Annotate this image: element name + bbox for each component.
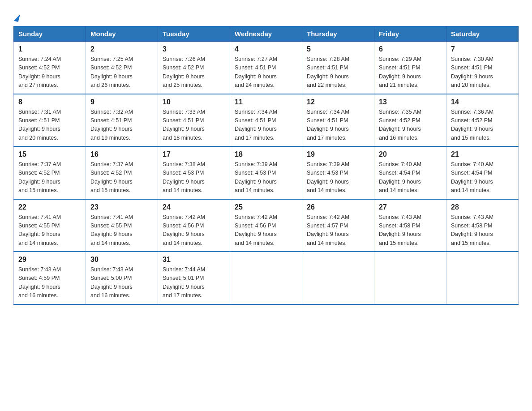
calendar-cell: 12 Sunrise: 7:34 AM Sunset: 4:51 PM Dayl… [302,94,374,147]
page-header [13,9,519,21]
calendar-cell: 3 Sunrise: 7:26 AM Sunset: 4:52 PM Dayli… [158,42,230,94]
calendar-cell [374,252,446,304]
day-number: 6 [379,45,442,53]
calendar-cell: 19 Sunrise: 7:39 AM Sunset: 4:53 PM Dayl… [302,146,374,199]
calendar-week-row-2: 8 Sunrise: 7:31 AM Sunset: 4:51 PM Dayli… [14,94,519,147]
day-info: Sunrise: 7:41 AM Sunset: 4:55 PM Dayligh… [90,213,153,248]
day-info: Sunrise: 7:42 AM Sunset: 4:56 PM Dayligh… [163,213,225,248]
day-number: 20 [379,150,442,158]
day-number: 24 [163,203,225,211]
calendar-cell: 9 Sunrise: 7:32 AM Sunset: 4:51 PM Dayli… [86,94,158,147]
day-number: 8 [18,98,81,106]
day-number: 14 [451,98,514,106]
calendar-cell: 4 Sunrise: 7:27 AM Sunset: 4:51 PM Dayli… [230,42,302,94]
day-info: Sunrise: 7:34 AM Sunset: 4:51 PM Dayligh… [235,108,297,143]
calendar-cell: 20 Sunrise: 7:40 AM Sunset: 4:54 PM Dayl… [374,146,446,199]
day-number: 3 [163,45,225,53]
calendar-cell: 25 Sunrise: 7:42 AM Sunset: 4:56 PM Dayl… [230,199,302,252]
day-number: 25 [235,203,297,211]
day-number: 26 [307,203,369,211]
calendar-cell: 10 Sunrise: 7:33 AM Sunset: 4:51 PM Dayl… [158,94,230,147]
weekday-header-wednesday: Wednesday [230,26,302,42]
day-info: Sunrise: 7:43 AM Sunset: 4:58 PM Dayligh… [451,213,514,248]
day-number: 9 [90,98,153,106]
day-number: 13 [379,98,442,106]
day-info: Sunrise: 7:40 AM Sunset: 4:54 PM Dayligh… [451,160,514,195]
calendar-cell: 5 Sunrise: 7:28 AM Sunset: 4:51 PM Dayli… [302,42,374,94]
weekday-header-tuesday: Tuesday [158,26,230,42]
day-info: Sunrise: 7:43 AM Sunset: 4:58 PM Dayligh… [379,213,442,248]
calendar-cell: 8 Sunrise: 7:31 AM Sunset: 4:51 PM Dayli… [14,94,86,147]
calendar-cell: 17 Sunrise: 7:38 AM Sunset: 4:53 PM Dayl… [158,146,230,199]
calendar-cell: 7 Sunrise: 7:30 AM Sunset: 4:51 PM Dayli… [446,42,519,94]
day-info: Sunrise: 7:43 AM Sunset: 5:00 PM Dayligh… [90,265,153,300]
calendar-cell: 14 Sunrise: 7:36 AM Sunset: 4:52 PM Dayl… [446,94,519,147]
day-info: Sunrise: 7:34 AM Sunset: 4:51 PM Dayligh… [307,108,369,143]
calendar-cell: 30 Sunrise: 7:43 AM Sunset: 5:00 PM Dayl… [86,252,158,304]
day-number: 22 [18,203,81,211]
day-info: Sunrise: 7:31 AM Sunset: 4:51 PM Dayligh… [18,108,81,143]
calendar-cell: 24 Sunrise: 7:42 AM Sunset: 4:56 PM Dayl… [158,199,230,252]
calendar-cell: 28 Sunrise: 7:43 AM Sunset: 4:58 PM Dayl… [446,199,519,252]
day-number: 12 [307,98,369,106]
day-number: 17 [163,150,225,158]
day-number: 21 [451,150,514,158]
day-info: Sunrise: 7:40 AM Sunset: 4:54 PM Dayligh… [379,160,442,195]
day-info: Sunrise: 7:35 AM Sunset: 4:52 PM Dayligh… [379,108,442,143]
calendar-cell: 6 Sunrise: 7:29 AM Sunset: 4:51 PM Dayli… [374,42,446,94]
calendar-cell: 31 Sunrise: 7:44 AM Sunset: 5:01 PM Dayl… [158,252,230,304]
calendar-cell [230,252,302,304]
day-info: Sunrise: 7:30 AM Sunset: 4:51 PM Dayligh… [451,55,514,90]
logo-triangle-icon [14,13,20,22]
calendar-table: SundayMondayTuesdayWednesdayThursdayFrid… [13,26,519,305]
calendar-week-row-5: 29 Sunrise: 7:43 AM Sunset: 4:59 PM Dayl… [14,252,519,304]
calendar-cell: 29 Sunrise: 7:43 AM Sunset: 4:59 PM Dayl… [14,252,86,304]
day-number: 18 [235,150,297,158]
calendar-cell: 15 Sunrise: 7:37 AM Sunset: 4:52 PM Dayl… [14,146,86,199]
day-info: Sunrise: 7:41 AM Sunset: 4:55 PM Dayligh… [18,213,81,248]
calendar-week-row-4: 22 Sunrise: 7:41 AM Sunset: 4:55 PM Dayl… [14,199,519,252]
day-number: 29 [18,256,81,264]
weekday-header-saturday: Saturday [446,26,519,42]
day-info: Sunrise: 7:37 AM Sunset: 4:52 PM Dayligh… [18,160,81,195]
calendar-cell [446,252,519,304]
day-info: Sunrise: 7:33 AM Sunset: 4:51 PM Dayligh… [163,108,225,143]
day-number: 1 [18,45,81,53]
calendar-cell: 11 Sunrise: 7:34 AM Sunset: 4:51 PM Dayl… [230,94,302,147]
day-info: Sunrise: 7:29 AM Sunset: 4:51 PM Dayligh… [379,55,442,90]
day-number: 31 [163,256,225,264]
day-number: 11 [235,98,297,106]
day-number: 16 [90,150,153,158]
day-info: Sunrise: 7:42 AM Sunset: 4:56 PM Dayligh… [235,213,297,248]
calendar-cell: 1 Sunrise: 7:24 AM Sunset: 4:52 PM Dayli… [14,42,86,94]
weekday-header-row: SundayMondayTuesdayWednesdayThursdayFrid… [14,26,519,42]
day-number: 7 [451,45,514,53]
calendar-cell: 27 Sunrise: 7:43 AM Sunset: 4:58 PM Dayl… [374,199,446,252]
day-number: 27 [379,203,442,211]
weekday-header-monday: Monday [86,26,158,42]
day-number: 2 [90,45,153,53]
day-info: Sunrise: 7:39 AM Sunset: 4:53 PM Dayligh… [307,160,369,195]
day-info: Sunrise: 7:27 AM Sunset: 4:51 PM Dayligh… [235,55,297,90]
day-info: Sunrise: 7:39 AM Sunset: 4:53 PM Dayligh… [235,160,297,195]
day-info: Sunrise: 7:36 AM Sunset: 4:52 PM Dayligh… [451,108,514,143]
day-info: Sunrise: 7:42 AM Sunset: 4:57 PM Dayligh… [307,213,369,248]
calendar-week-row-3: 15 Sunrise: 7:37 AM Sunset: 4:52 PM Dayl… [14,146,519,199]
day-number: 15 [18,150,81,158]
weekday-header-thursday: Thursday [302,26,374,42]
day-number: 23 [90,203,153,211]
calendar-cell: 26 Sunrise: 7:42 AM Sunset: 4:57 PM Dayl… [302,199,374,252]
logo [13,9,19,21]
calendar-cell: 16 Sunrise: 7:37 AM Sunset: 4:52 PM Dayl… [86,146,158,199]
day-info: Sunrise: 7:32 AM Sunset: 4:51 PM Dayligh… [90,108,153,143]
calendar-cell: 23 Sunrise: 7:41 AM Sunset: 4:55 PM Dayl… [86,199,158,252]
calendar-cell: 2 Sunrise: 7:25 AM Sunset: 4:52 PM Dayli… [86,42,158,94]
day-info: Sunrise: 7:26 AM Sunset: 4:52 PM Dayligh… [163,55,225,90]
day-info: Sunrise: 7:38 AM Sunset: 4:53 PM Dayligh… [163,160,225,195]
calendar-cell: 18 Sunrise: 7:39 AM Sunset: 4:53 PM Dayl… [230,146,302,199]
day-number: 19 [307,150,369,158]
day-info: Sunrise: 7:43 AM Sunset: 4:59 PM Dayligh… [18,265,81,300]
calendar-cell: 13 Sunrise: 7:35 AM Sunset: 4:52 PM Dayl… [374,94,446,147]
calendar-week-row-1: 1 Sunrise: 7:24 AM Sunset: 4:52 PM Dayli… [14,42,519,94]
day-info: Sunrise: 7:37 AM Sunset: 4:52 PM Dayligh… [90,160,153,195]
